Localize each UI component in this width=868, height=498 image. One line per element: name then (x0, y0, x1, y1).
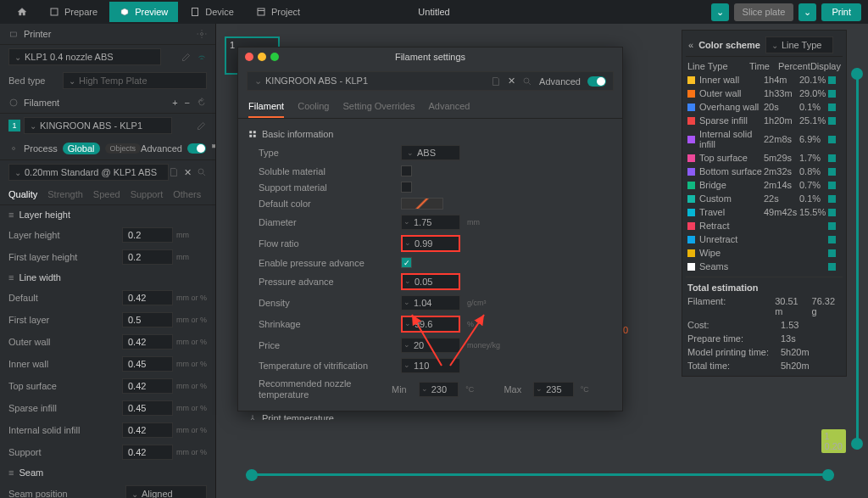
objects-pill[interactable]: Objects (105, 143, 142, 154)
display-checkbox[interactable] (828, 104, 836, 111)
window-controls[interactable] (245, 53, 279, 61)
color-swatch[interactable] (401, 198, 443, 210)
internal-solid-lw-input[interactable]: 0.42 (122, 422, 173, 438)
color-scheme-dropdown[interactable]: Line Type (765, 36, 833, 53)
rec-nozzle-label: Recommended nozzle temperature (259, 378, 385, 400)
rec-nozzle-max-input[interactable]: 235 (533, 382, 574, 397)
save-icon[interactable] (169, 167, 179, 177)
print-temp-group[interactable]: Print temperature (238, 410, 622, 420)
slice-dropdown-button[interactable]: ⌄ (711, 3, 729, 21)
pa-input[interactable]: 0.05 (401, 273, 460, 290)
display-checkbox[interactable] (828, 76, 836, 84)
slice-button[interactable]: Slice plate (734, 3, 794, 21)
price-input[interactable]: 20 (401, 338, 460, 353)
line-color-swatch (687, 154, 695, 162)
vitrification-input[interactable]: 110 (401, 358, 460, 373)
edit-icon[interactable] (181, 52, 192, 62)
price-label: Price (259, 340, 394, 350)
modal-save-icon[interactable] (491, 76, 501, 87)
global-pill[interactable]: Global (63, 143, 100, 154)
others-tab[interactable]: Others (173, 189, 201, 199)
inner-wall-lw-label: Inner wall (8, 359, 48, 369)
speed-tab[interactable]: Speed (93, 189, 120, 199)
line-width-group[interactable]: Line width (0, 268, 215, 287)
strength-tab[interactable]: Strength (47, 189, 83, 199)
modal-cooling-tab[interactable]: Cooling (298, 96, 329, 118)
display-checkbox[interactable] (828, 117, 836, 125)
search-icon[interactable] (197, 167, 207, 177)
support-lw-input[interactable]: 0.42 (122, 445, 173, 460)
modal-overrides-tab[interactable]: Setting Overrides (343, 96, 415, 118)
display-checkbox[interactable] (828, 263, 836, 271)
modal-profile-dropdown[interactable]: ⌄KINGROON ABS - KLP1 ✕Advanced (247, 71, 614, 91)
flow-ratio-label: Flow ratio (259, 238, 394, 249)
enable-pa-checkbox[interactable] (401, 257, 412, 268)
sync-icon[interactable] (197, 98, 207, 108)
seam-group[interactable]: Seam (0, 463, 215, 482)
filament-dropdown[interactable]: KINGROON ABS - KLP1 (24, 117, 172, 134)
display-checkbox[interactable] (828, 182, 836, 189)
svg-point-12 (524, 78, 529, 83)
printer-dropdown[interactable]: KLP1 0.4 nozzle ABS (8, 48, 161, 65)
outer-wall-lw-label: Outer wall (8, 337, 51, 347)
diameter-input[interactable]: 1.75 (401, 215, 460, 230)
print-dropdown-button[interactable]: ⌄ (798, 3, 816, 21)
sparse-infill-lw-input[interactable]: 0.45 (122, 400, 173, 416)
display-checkbox[interactable] (828, 195, 836, 203)
modal-filament-tab[interactable]: Filament (248, 96, 284, 118)
seam-position-dropdown[interactable]: Aligned (125, 485, 207, 498)
line-type-row: Sparse infill1h20m25.1% (686, 114, 843, 127)
support-tab[interactable]: Support (131, 189, 164, 199)
soluble-checkbox[interactable] (401, 165, 412, 176)
rec-nozzle-min-input[interactable]: 230 (419, 382, 459, 397)
time-slider[interactable] (246, 469, 834, 481)
flow-ratio-input[interactable]: 0.99 (401, 235, 460, 252)
first-layer-height-input[interactable]: 0.2 (122, 249, 173, 265)
bed-type-dropdown[interactable]: High Temp Plate (63, 72, 207, 89)
layer-slider[interactable]: 649129.80 10.20 (851, 68, 863, 450)
display-checkbox[interactable] (828, 236, 836, 243)
modal-advanced-tab[interactable]: Advanced (428, 96, 470, 118)
seam-position-label: Seam position (8, 489, 68, 498)
outer-wall-lw-input[interactable]: 0.42 (122, 334, 173, 350)
add-filament-icon[interactable]: + (172, 98, 177, 108)
basic-info-group[interactable]: Basic information (238, 126, 622, 143)
process-dropdown[interactable]: 0.20mm Standard @ KLP1 ABS (8, 164, 169, 181)
modal-search-icon[interactable] (522, 76, 532, 87)
layer-height-input[interactable]: 0.2 (122, 227, 173, 243)
advanced-toggle[interactable] (187, 143, 206, 154)
wifi-icon[interactable] (197, 52, 207, 62)
modal-close-icon[interactable]: ✕ (508, 76, 515, 87)
display-checkbox[interactable] (828, 154, 836, 162)
inner-wall-lw-input[interactable]: 0.45 (122, 356, 173, 372)
collapse-icon[interactable]: « (688, 40, 693, 50)
support-mat-checkbox[interactable] (401, 182, 412, 193)
project-tab[interactable]: Project (246, 2, 310, 22)
close-process-icon[interactable]: ✕ (184, 167, 192, 178)
top-surface-lw-input[interactable]: 0.42 (122, 378, 173, 394)
display-checkbox[interactable] (828, 168, 836, 176)
default-lw-input[interactable]: 0.42 (122, 290, 173, 305)
home-button[interactable] (7, 2, 37, 22)
print-button[interactable]: Print (821, 3, 861, 21)
density-input[interactable]: 1.04 (401, 295, 460, 311)
type-dropdown[interactable]: ABS (401, 145, 460, 160)
remove-filament-icon[interactable]: − (185, 98, 190, 108)
filament-edit-icon[interactable] (197, 120, 207, 131)
modal-advanced-toggle[interactable] (587, 76, 606, 87)
display-checkbox[interactable] (828, 209, 836, 216)
display-checkbox[interactable] (828, 90, 836, 98)
gear-icon[interactable] (197, 29, 207, 39)
line-type-row: Bottom surface2m32s0.8% (686, 165, 843, 178)
layer-height-group[interactable]: Layer height (0, 205, 215, 224)
prepare-tab[interactable]: Prepare (39, 2, 108, 22)
shrinkage-input[interactable]: 99.6 (401, 316, 460, 333)
display-checkbox[interactable] (828, 136, 836, 143)
filament-color-badge[interactable]: 1 (8, 120, 20, 131)
preview-tab[interactable]: Preview (109, 2, 178, 22)
display-checkbox[interactable] (828, 222, 836, 230)
quality-tab[interactable]: Quality (8, 189, 37, 199)
first-layer-lw-input[interactable]: 0.5 (122, 312, 173, 327)
display-checkbox[interactable] (828, 249, 836, 257)
device-tab[interactable]: Device (180, 2, 244, 22)
